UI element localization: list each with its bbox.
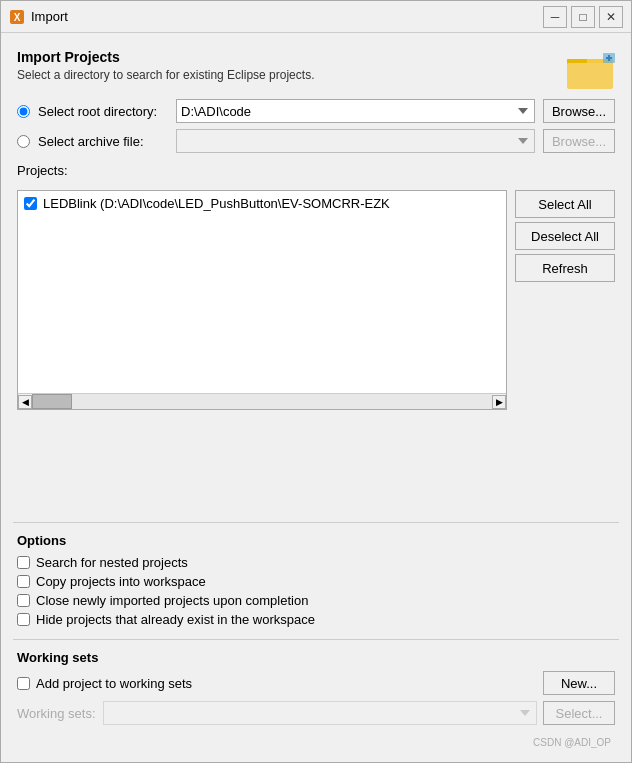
projects-list-container: LEDBlink (D:\ADI\code\LED_PushButton\EV-… [17, 190, 507, 410]
nested-checkbox[interactable] [17, 556, 30, 569]
scroll-left-arrow[interactable]: ◀ [18, 395, 32, 409]
add-working-sets-checkbox[interactable] [17, 677, 30, 690]
working-sets-label: Working sets: [17, 706, 97, 721]
window-controls: ─ □ ✕ [543, 6, 623, 28]
options-section: Options Search for nested projects Copy … [17, 533, 615, 629]
dialog-content: Import Projects Select a directory to se… [1, 33, 631, 762]
nested-label: Search for nested projects [36, 555, 188, 570]
option-copy: Copy projects into workspace [17, 572, 615, 591]
svg-rect-4 [567, 63, 613, 89]
refresh-button[interactable]: Refresh [515, 254, 615, 282]
maximize-button[interactable]: □ [571, 6, 595, 28]
header-text: Import Projects Select a directory to se… [17, 49, 314, 82]
window-title: Import [31, 9, 543, 24]
project-name: LEDBlink (D:\ADI\code\LED_PushButton\EV-… [43, 196, 390, 211]
horizontal-scrollbar[interactable]: ◀ ▶ [18, 393, 506, 409]
titlebar: X Import ─ □ ✕ [1, 1, 631, 33]
projects-list[interactable]: LEDBlink (D:\ADI\code\LED_PushButton\EV-… [18, 191, 506, 393]
scroll-thumb[interactable] [32, 394, 72, 409]
root-directory-row: Select root directory: D:\ADI\code Brows… [17, 99, 615, 123]
working-sets-select[interactable] [103, 701, 537, 725]
folder-icon [567, 49, 615, 89]
archive-browse-button[interactable]: Browse... [543, 129, 615, 153]
add-working-sets-label: Add project to working sets [36, 676, 537, 691]
root-directory-label: Select root directory: [38, 104, 168, 119]
copy-label: Copy projects into workspace [36, 574, 206, 589]
copy-checkbox[interactable] [17, 575, 30, 588]
scroll-track[interactable] [32, 394, 492, 409]
scroll-right-arrow[interactable]: ▶ [492, 395, 506, 409]
working-sets-section: Working sets Add project to working sets… [17, 650, 615, 725]
app-icon: X [9, 9, 25, 25]
project-checkbox[interactable] [24, 197, 37, 210]
minimize-button[interactable]: ─ [543, 6, 567, 28]
header-row: Import Projects Select a directory to se… [17, 49, 615, 89]
svg-text:X: X [14, 12, 21, 23]
projects-buttons: Select All Deselect All Refresh [515, 190, 615, 512]
select-working-sets-button[interactable]: Select... [543, 701, 615, 725]
root-directory-radio[interactable] [17, 105, 30, 118]
select-all-button[interactable]: Select All [515, 190, 615, 218]
dialog-title: Import Projects [17, 49, 314, 65]
options-header: Options [17, 533, 615, 548]
working-sets-header: Working sets [17, 650, 615, 665]
projects-section: LEDBlink (D:\ADI\code\LED_PushButton\EV-… [17, 190, 615, 512]
divider-2 [13, 639, 619, 640]
import-dialog: X Import ─ □ ✕ Import Projects Select a … [0, 0, 632, 763]
root-directory-select[interactable]: D:\ADI\code [176, 99, 535, 123]
list-item: LEDBlink (D:\ADI\code\LED_PushButton\EV-… [20, 193, 504, 214]
add-working-sets-row: Add project to working sets New... [17, 671, 615, 695]
hide-checkbox[interactable] [17, 613, 30, 626]
watermark: CSDN @ADI_OP [17, 735, 615, 750]
close-button[interactable]: ✕ [599, 6, 623, 28]
directory-selection: Select root directory: D:\ADI\code Brows… [17, 99, 615, 153]
archive-file-label: Select archive file: [38, 134, 168, 149]
option-nested: Search for nested projects [17, 553, 615, 572]
divider-1 [13, 522, 619, 523]
new-working-set-button[interactable]: New... [543, 671, 615, 695]
close-checkbox[interactable] [17, 594, 30, 607]
projects-label: Projects: [17, 163, 615, 178]
option-hide: Hide projects that already exist in the … [17, 610, 615, 629]
working-sets-input-row: Working sets: Select... [17, 701, 615, 725]
deselect-all-button[interactable]: Deselect All [515, 222, 615, 250]
archive-file-radio[interactable] [17, 135, 30, 148]
option-close: Close newly imported projects upon compl… [17, 591, 615, 610]
archive-file-select[interactable] [176, 129, 535, 153]
root-browse-button[interactable]: Browse... [543, 99, 615, 123]
archive-file-row: Select archive file: Browse... [17, 129, 615, 153]
close-label: Close newly imported projects upon compl… [36, 593, 308, 608]
dialog-subtitle: Select a directory to search for existin… [17, 68, 314, 82]
hide-label: Hide projects that already exist in the … [36, 612, 315, 627]
